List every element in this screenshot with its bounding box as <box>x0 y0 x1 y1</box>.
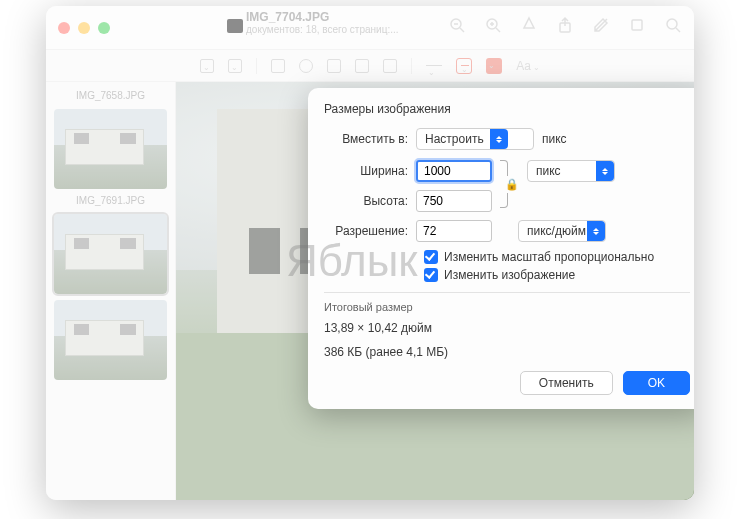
result-dimensions: 13,89 × 10,42 дюйм <box>324 321 690 335</box>
resample-checkbox[interactable] <box>424 268 438 282</box>
fit-into-value: Настроить <box>425 132 484 146</box>
chevron-updown-icon <box>596 161 614 181</box>
dialog-title: Размеры изображения <box>324 102 690 116</box>
scale-proportionally-label: Изменить масштаб пропорционально <box>444 250 654 264</box>
ok-button[interactable]: OK <box>623 371 690 395</box>
resolution-input[interactable] <box>416 220 492 242</box>
resize-dialog: Размеры изображения Вместить в: Настроит… <box>308 88 694 409</box>
resample-label: Изменить изображение <box>444 268 575 282</box>
chevron-updown-icon <box>587 221 605 241</box>
lock-icon: 🔒 <box>505 176 519 193</box>
width-input[interactable] <box>416 160 492 182</box>
height-label: Высота: <box>324 194 416 208</box>
fit-into-select[interactable]: Настроить <box>416 128 534 150</box>
dimension-unit-value: пикс <box>536 164 561 178</box>
width-label: Ширина: <box>324 164 416 178</box>
chevron-updown-icon <box>490 129 508 149</box>
resolution-label: Разрешение: <box>324 224 416 238</box>
fit-into-label: Вместить в: <box>324 132 416 146</box>
aspect-lock[interactable]: 🔒 <box>500 160 519 208</box>
cancel-button[interactable]: Отменить <box>520 371 613 395</box>
result-filesize: 386 КБ (ранее 4,1 МБ) <box>324 345 690 359</box>
resolution-unit-value: пикс/дюйм <box>527 224 586 238</box>
height-input[interactable] <box>416 190 492 212</box>
app-window: IMG_7704.JPG документов: 18, всего стран… <box>46 6 694 500</box>
resolution-unit-select[interactable]: пикс/дюйм <box>518 220 606 242</box>
fit-unit-label: пикс <box>542 132 567 146</box>
scale-proportionally-checkbox[interactable] <box>424 250 438 264</box>
dimension-unit-select[interactable]: пикс <box>527 160 615 182</box>
result-size-section: Итоговый размер <box>324 301 690 313</box>
